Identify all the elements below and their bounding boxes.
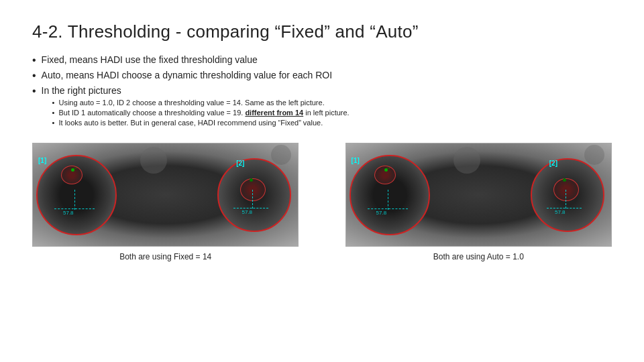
right-caption: Both are using Auto = 1.0 xyxy=(433,252,524,261)
sub-bullet-list: Using auto = 1.0, ID 2 choose a threshol… xyxy=(52,99,350,127)
sub-bullet-3: It looks auto is better. But in general … xyxy=(52,119,350,127)
left-label-2: [2] xyxy=(236,160,244,167)
left-image-group: → 57.8 [1] 57.8 xyxy=(32,143,299,349)
slide-title: 4-2. Thresholding - comparing “Fixed” an… xyxy=(32,21,612,42)
right-image: → 57.8 [1] 57.8 xyxy=(345,143,612,247)
images-row: → 57.8 [1] 57.8 xyxy=(32,143,612,349)
left-label-1: [1] xyxy=(38,157,46,164)
right-image-group: → 57.8 [1] 57.8 xyxy=(345,143,612,349)
bullet-list: Fixed, means HADI use the fixed threshol… xyxy=(32,54,612,132)
bullet-2: Auto, means HADI choose a dynamic thresh… xyxy=(32,70,612,82)
slide: 4-2. Thresholding - comparing “Fixed” an… xyxy=(0,0,644,362)
left-image: → 57.8 [1] 57.8 xyxy=(32,143,299,247)
right-label-1: [1] xyxy=(352,157,360,164)
bullet-1: Fixed, means HADI use the fixed threshol… xyxy=(32,54,612,66)
right-label-2: [2] xyxy=(549,160,557,167)
bullet-3: In the right pictures Using auto = 1.0, … xyxy=(32,85,612,129)
sub-bullet-2: But ID 1 automatically choose a threshol… xyxy=(52,109,350,117)
sub-bullet-1: Using auto = 1.0, ID 2 choose a threshol… xyxy=(52,99,350,107)
left-caption: Both are using Fixed = 14 xyxy=(119,252,211,261)
